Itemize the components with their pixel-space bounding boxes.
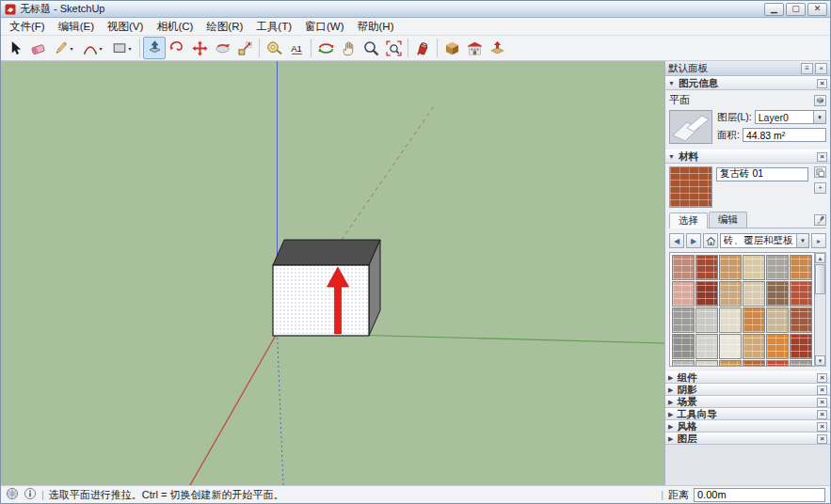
component-tool-button[interactable] — [440, 37, 463, 59]
zoom-tool-button[interactable] — [360, 37, 382, 59]
material-swatch-7[interactable] — [695, 281, 718, 307]
material-swatch-13[interactable] — [695, 307, 718, 333]
panel-close-button[interactable]: × — [817, 434, 827, 444]
material-swatch-17[interactable] — [790, 307, 812, 333]
material-swatch-11[interactable] — [790, 281, 812, 307]
text-tool-button[interactable]: A1 — [285, 37, 308, 59]
material-swatch-12[interactable] — [672, 307, 695, 333]
entity-info-close-button[interactable]: × — [817, 79, 827, 88]
material-swatch-2[interactable] — [719, 255, 742, 280]
panel-close-button[interactable]: × — [817, 373, 827, 383]
collapsed-panel-3[interactable]: ▶工具向导× — [665, 408, 830, 420]
menu-item-2[interactable]: 视图(V) — [101, 18, 150, 36]
orbit-tool-button[interactable] — [314, 37, 337, 59]
material-swatch-18[interactable] — [672, 334, 695, 359]
material-swatch-14[interactable] — [719, 307, 742, 333]
menu-item-6[interactable]: 窗口(W) — [298, 18, 351, 36]
swatch-scrollbar[interactable]: ▲ ▼ — [815, 252, 826, 367]
material-swatch-5[interactable] — [790, 255, 812, 280]
entity-detail-button[interactable] — [814, 95, 826, 106]
material-swatch-19[interactable] — [695, 334, 718, 359]
get-models-button[interactable] — [463, 37, 486, 59]
back-button[interactable]: ◀ — [669, 233, 684, 248]
layer-dropdown[interactable]: Layer0 ▼ — [755, 110, 826, 124]
material-swatch-8[interactable] — [719, 281, 742, 307]
materials-close-button[interactable]: × — [817, 152, 827, 162]
create-material-button[interactable]: + — [814, 182, 826, 194]
collapsed-panel-0[interactable]: ▶组件× — [665, 371, 830, 384]
materials-header[interactable]: ▼ 材料 × — [665, 150, 830, 164]
scroll-thumb[interactable] — [815, 264, 825, 294]
menu-item-5[interactable]: 工具(T) — [249, 18, 298, 36]
category-dropdown[interactable]: 砖、覆层和壁板 ▼ — [720, 233, 809, 248]
material-swatch-10[interactable] — [766, 281, 789, 307]
menu-item-3[interactable]: 相机(C) — [150, 18, 200, 36]
forward-button[interactable]: ▶ — [686, 233, 701, 248]
material-swatch-28[interactable] — [766, 360, 789, 367]
panel-close-button[interactable]: × — [817, 422, 827, 432]
pan-tool-button[interactable] — [337, 37, 360, 59]
menu-item-0[interactable]: 文件(F) — [3, 18, 52, 36]
scroll-down-button[interactable]: ▼ — [815, 355, 825, 366]
material-swatch-27[interactable] — [743, 360, 765, 367]
paint-bucket-tool-button[interactable] — [411, 37, 434, 59]
material-swatch-22[interactable] — [766, 334, 789, 359]
material-swatch-26[interactable] — [719, 360, 742, 367]
scale-tool-button[interactable] — [233, 37, 256, 59]
close-button[interactable]: ✕ — [807, 3, 827, 16]
maximize-button[interactable]: ▢ — [786, 3, 806, 16]
panel-close-button[interactable]: × — [817, 386, 827, 395]
distance-input[interactable] — [694, 488, 825, 502]
display-pane-button[interactable] — [814, 166, 826, 178]
zoom-extents-tool-button[interactable] — [382, 37, 405, 59]
tape-measure-tool-button[interactable] — [263, 37, 285, 59]
pushpull-tool-button[interactable] — [143, 37, 166, 59]
material-swatch-16[interactable] — [766, 307, 789, 333]
rotate-tool-button[interactable] — [211, 37, 233, 59]
viewport[interactable] — [1, 61, 664, 485]
material-swatch-6[interactable] — [672, 281, 695, 307]
panel-close-button[interactable]: × — [817, 398, 827, 407]
tray-close-button[interactable]: × — [815, 63, 827, 74]
tab-select[interactable]: 选择 — [669, 213, 708, 228]
material-swatch-21[interactable] — [743, 334, 765, 359]
material-swatch-3[interactable] — [743, 255, 765, 280]
material-swatch-0[interactable] — [672, 255, 695, 280]
material-swatch-25[interactable] — [695, 360, 718, 367]
line-tool-button[interactable]: ▾ — [49, 37, 78, 59]
entity-info-header[interactable]: ▼ 图元信息 × — [665, 76, 830, 90]
rectangle-tool-button[interactable]: ▾ — [107, 37, 136, 59]
menu-item-1[interactable]: 编辑(E) — [52, 18, 101, 36]
material-swatch-15[interactable] — [743, 307, 765, 333]
material-swatch-23[interactable] — [790, 334, 812, 359]
material-swatch-4[interactable] — [766, 255, 789, 280]
box-front-face-selected[interactable] — [273, 265, 369, 336]
material-swatch-20[interactable] — [719, 334, 742, 359]
geolocation-button[interactable] — [6, 487, 19, 502]
tray-options-button[interactable]: ≡ — [801, 63, 813, 74]
arc-tool-button[interactable]: ▾ — [78, 37, 107, 59]
collapsed-panel-4[interactable]: ▶风格× — [665, 420, 830, 433]
sample-paint-button[interactable] — [814, 214, 826, 226]
material-swatch-24[interactable] — [672, 360, 695, 367]
select-tool-button[interactable] — [4, 37, 26, 59]
panel-close-button[interactable]: × — [817, 410, 827, 419]
box-top-face[interactable] — [273, 240, 380, 265]
material-name-input[interactable] — [716, 167, 808, 181]
collapsed-panel-5[interactable]: ▶图层× — [665, 433, 830, 445]
material-swatch-9[interactable] — [743, 281, 765, 307]
material-swatch-1[interactable] — [695, 255, 718, 280]
area-input[interactable] — [743, 128, 826, 142]
home-button[interactable] — [703, 233, 718, 248]
menu-item-7[interactable]: 帮助(H) — [351, 18, 401, 36]
credits-button[interactable] — [24, 487, 37, 502]
material-swatch-29[interactable] — [790, 360, 812, 367]
details-button[interactable]: ▸ — [811, 233, 826, 248]
followme-tool-button[interactable] — [166, 37, 188, 59]
eraser-tool-button[interactable] — [26, 37, 49, 59]
minimize-button[interactable]: ▁ — [764, 3, 784, 16]
collapsed-panel-1[interactable]: ▶阴影× — [665, 384, 830, 396]
tab-edit[interactable]: 编辑 — [709, 212, 747, 228]
menu-item-4[interactable]: 绘图(R) — [200, 18, 249, 36]
collapsed-panel-2[interactable]: ▶场景× — [665, 396, 830, 408]
